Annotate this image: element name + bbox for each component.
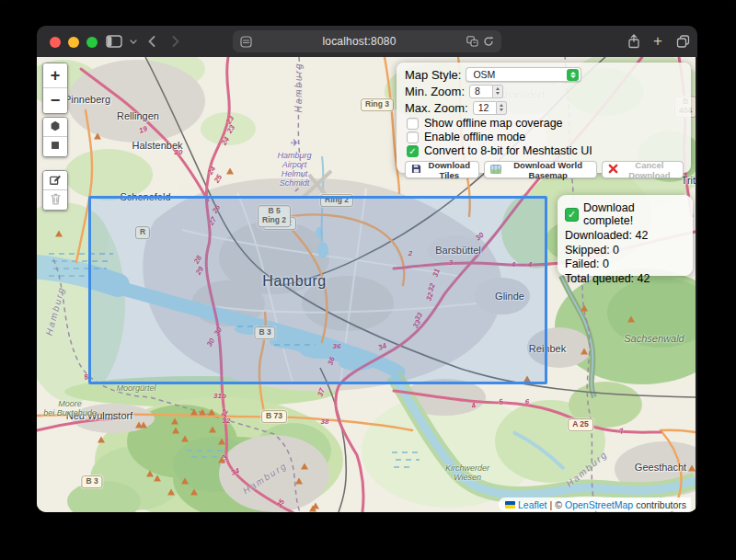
zoom-control: + − <box>42 63 68 114</box>
world-map-icon <box>490 165 501 176</box>
convert-8bit-row: ✓ Convert to 8-bit for Meshtastic UI <box>407 144 684 157</box>
edit-icon <box>49 173 62 189</box>
status-downloaded: Downloaded: 42 <box>565 229 685 244</box>
chevron-down-icon[interactable] <box>127 26 140 57</box>
convert-8bit-label: Convert to 8-bit for Meshtastic UI <box>424 144 592 157</box>
panel-buttons: Download Tiles Download World Basemap Ca… <box>405 161 684 178</box>
show-coverage-row: ✓ Show offline map coverage <box>407 117 684 130</box>
window-controls <box>50 37 98 48</box>
zoom-window-button[interactable] <box>86 37 98 48</box>
address-bar[interactable]: localhost:8080 <box>233 30 501 52</box>
leaflet-link[interactable]: Leaflet <box>518 499 547 510</box>
attribution-separator: | <box>550 499 553 510</box>
max-zoom-label: Max. Zoom: <box>405 101 468 115</box>
close-window-button[interactable] <box>50 37 61 48</box>
success-check-icon: ✓ <box>565 208 579 222</box>
min-zoom-stepper[interactable] <box>493 85 503 98</box>
map-attribution: Leaflet | © OpenStreetMap contributors <box>499 497 691 511</box>
status-failed: Failed: 0 <box>565 257 685 272</box>
tab-overview-icon[interactable] <box>673 26 692 57</box>
min-zoom-input[interactable]: 8 <box>469 85 493 98</box>
copyright-symbol: © <box>555 499 562 510</box>
back-button[interactable] <box>144 26 159 57</box>
max-zoom-input[interactable]: 12 <box>473 101 497 115</box>
draw-rectangle-button[interactable] <box>43 137 67 156</box>
max-zoom-stepper[interactable] <box>497 101 507 115</box>
edit-layers-button[interactable] <box>43 171 67 190</box>
new-tab-button[interactable]: + <box>650 26 666 57</box>
offline-mode-label: Enable offline mode <box>424 131 525 143</box>
offline-mode-row: ✓ Enable offline mode <box>407 131 684 143</box>
openstreetmap-link[interactable]: OpenStreetMap <box>565 499 633 510</box>
page-format-icon[interactable] <box>240 36 252 48</box>
selection-rectangle[interactable] <box>88 196 547 384</box>
translate-icon[interactable] <box>466 36 478 47</box>
ukraine-flag-icon <box>505 501 515 509</box>
draw-toolbar <box>42 117 68 157</box>
url-text[interactable]: localhost:8080 <box>252 35 466 48</box>
cancel-x-icon <box>608 164 618 176</box>
minimize-window-button[interactable] <box>68 37 79 48</box>
map-style-select[interactable]: OSM <box>466 67 581 82</box>
download-tiles-button[interactable]: Download Tiles <box>405 161 479 178</box>
download-world-basemap-button[interactable]: Download World Basemap <box>484 161 596 178</box>
download-status-panel: ✓ Download complete! Downloaded: 42 Skip… <box>558 195 693 276</box>
status-skipped: Skipped: 0 <box>565 244 685 258</box>
download-control-panel: Map Style: OSM Min. Zoom: 8 Max. Zoom: 1… <box>397 63 691 173</box>
offline-mode-checkbox[interactable]: ✓ <box>407 131 419 143</box>
zoom-out-button[interactable]: − <box>43 88 67 113</box>
cancel-download-button[interactable]: Cancel Download <box>602 161 684 178</box>
sidebar-toggle-icon[interactable] <box>103 26 125 57</box>
map-style-value: OSM <box>473 69 567 80</box>
reload-icon[interactable] <box>483 36 494 47</box>
min-zoom-label: Min. Zoom: <box>405 85 465 98</box>
browser-titlebar: localhost:8080 + <box>37 26 697 57</box>
delete-layers-button[interactable] <box>43 190 67 210</box>
select-stepper-icon <box>567 69 579 81</box>
rectangle-icon <box>49 139 62 154</box>
map-viewport[interactable]: PinnebergRellingenHalstenbekSchenefeldHa… <box>37 57 696 512</box>
share-icon[interactable] <box>626 26 642 57</box>
contributors-text: contributors <box>636 499 686 510</box>
forward-button[interactable] <box>168 26 183 57</box>
status-total: Total queued: 42 <box>565 272 685 287</box>
draw-polygon-button[interactable] <box>43 118 67 137</box>
polygon-icon <box>49 120 62 135</box>
zoom-in-button[interactable]: + <box>43 63 67 88</box>
show-coverage-checkbox[interactable]: ✓ <box>407 118 419 130</box>
show-coverage-label: Show offline map coverage <box>424 117 563 130</box>
trash-icon <box>50 192 62 208</box>
status-title: Download complete! <box>583 201 685 227</box>
convert-8bit-checkbox[interactable]: ✓ <box>407 145 419 157</box>
map-style-label: Map Style: <box>405 68 461 82</box>
desktop-background: localhost:8080 + <box>0 0 736 560</box>
save-icon <box>411 164 421 176</box>
browser-window: localhost:8080 + <box>37 26 697 512</box>
edit-toolbar <box>42 170 68 211</box>
